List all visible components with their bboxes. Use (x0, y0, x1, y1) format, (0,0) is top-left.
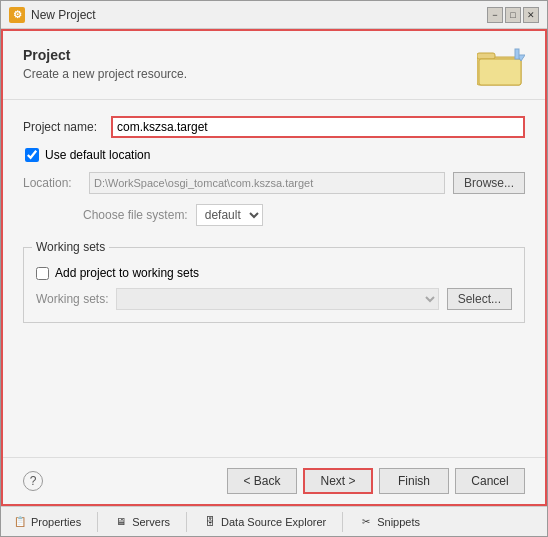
add-to-working-sets-checkbox[interactable] (36, 267, 49, 280)
default-location-row: Use default location (23, 148, 525, 162)
svg-rect-1 (477, 53, 495, 59)
taskbar-datasource[interactable]: 🗄 Data Source Explorer (199, 513, 330, 531)
dialog-footer: ? < Back Next > Finish Cancel (3, 457, 545, 504)
taskbar-separator-3 (342, 512, 343, 532)
taskbar-separator-2 (186, 512, 187, 532)
filesystem-select[interactable]: default (196, 204, 263, 226)
add-to-working-sets-label: Add project to working sets (55, 266, 199, 280)
finish-button[interactable]: Finish (379, 468, 449, 494)
snippets-icon: ✂ (359, 515, 373, 529)
taskbar-properties[interactable]: 📋 Properties (9, 513, 85, 531)
servers-icon: 🖥 (114, 515, 128, 529)
browse-button[interactable]: Browse... (453, 172, 525, 194)
location-input[interactable] (89, 172, 445, 194)
header-text: Project Create a new project resource. (23, 47, 187, 81)
folder-icon (477, 47, 525, 87)
window-title: New Project (31, 8, 487, 22)
properties-label: Properties (31, 516, 81, 528)
window-controls: − □ ✕ (487, 7, 539, 23)
dialog-body: Project name: Use default location Locat… (3, 100, 545, 457)
snippets-label: Snippets (377, 516, 420, 528)
project-name-row: Project name: (23, 116, 525, 138)
add-to-working-sets-row: Add project to working sets (36, 266, 512, 280)
filesystem-row: Choose file system: default (23, 204, 525, 226)
location-row: Location: Browse... (23, 172, 525, 194)
use-default-location-checkbox[interactable] (25, 148, 39, 162)
back-button[interactable]: < Back (227, 468, 297, 494)
servers-label: Servers (132, 516, 170, 528)
taskbar-servers[interactable]: 🖥 Servers (110, 513, 174, 531)
working-sets-label: Working sets: (36, 292, 108, 306)
taskbar-separator-1 (97, 512, 98, 532)
working-sets-group: Working sets Add project to working sets… (23, 240, 525, 323)
next-button[interactable]: Next > (303, 468, 373, 494)
help-button[interactable]: ? (23, 471, 43, 491)
taskbar-snippets[interactable]: ✂ Snippets (355, 513, 424, 531)
window-icon: ⚙ (9, 7, 25, 23)
working-sets-select-row: Working sets: Select... (36, 288, 512, 310)
project-name-label: Project name: (23, 120, 103, 134)
minimize-button[interactable]: − (487, 7, 503, 23)
filesystem-label: Choose file system: (83, 208, 188, 222)
working-sets-select[interactable] (116, 288, 438, 310)
properties-icon: 📋 (13, 515, 27, 529)
taskbar: 📋 Properties 🖥 Servers 🗄 Data Source Exp… (1, 506, 547, 536)
section-title: Project (23, 47, 187, 63)
datasource-label: Data Source Explorer (221, 516, 326, 528)
cancel-button[interactable]: Cancel (455, 468, 525, 494)
dialog-content: Project Create a new project resource. P… (1, 29, 547, 506)
project-name-input[interactable] (111, 116, 525, 138)
svg-rect-4 (515, 49, 519, 59)
location-label: Location: (23, 176, 81, 190)
working-sets-legend: Working sets (32, 240, 109, 254)
select-button[interactable]: Select... (447, 288, 512, 310)
maximize-button[interactable]: □ (505, 7, 521, 23)
title-bar: ⚙ New Project − □ ✕ (1, 1, 547, 29)
section-description: Create a new project resource. (23, 67, 187, 81)
svg-rect-2 (479, 59, 521, 85)
dialog-header: Project Create a new project resource. (3, 31, 545, 100)
use-default-location-label: Use default location (45, 148, 150, 162)
close-button[interactable]: ✕ (523, 7, 539, 23)
datasource-icon: 🗄 (203, 515, 217, 529)
new-project-window: ⚙ New Project − □ ✕ Project Create a new… (0, 0, 548, 537)
